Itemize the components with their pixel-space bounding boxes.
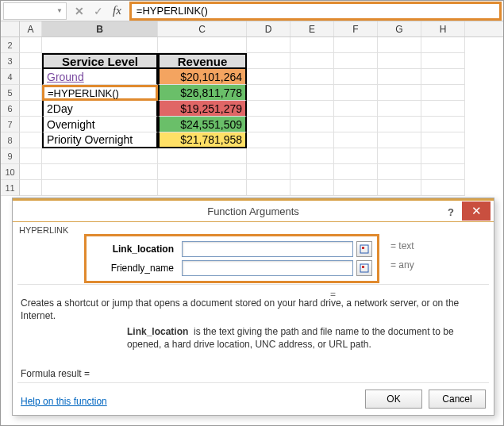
- name-box[interactable]: ▼: [3, 2, 67, 20]
- col-header-B[interactable]: B: [42, 21, 158, 36]
- cell[interactable]: [421, 101, 465, 117]
- cell[interactable]: [158, 148, 247, 164]
- cell[interactable]: [290, 101, 334, 117]
- cancel-icon[interactable]: ✕: [75, 5, 84, 17]
- cell[interactable]: [378, 85, 421, 101]
- cell[interactable]: [42, 148, 158, 164]
- col-header-C[interactable]: C: [158, 21, 247, 36]
- cell[interactable]: [334, 53, 378, 69]
- cell[interactable]: [334, 101, 378, 117]
- cell[interactable]: [334, 180, 378, 196]
- table-header-revenue[interactable]: Revenue: [158, 53, 247, 69]
- table-header-service[interactable]: Service Level: [42, 53, 158, 69]
- cell[interactable]: [421, 148, 465, 164]
- cell[interactable]: [290, 180, 334, 196]
- table-cell-revenue[interactable]: $20,101,264: [158, 69, 247, 85]
- row-header[interactable]: 10: [1, 164, 20, 180]
- row-header[interactable]: 9: [1, 148, 20, 164]
- cell[interactable]: [334, 164, 378, 180]
- cancel-button[interactable]: Cancel: [429, 390, 486, 409]
- cell[interactable]: [20, 148, 42, 164]
- cell[interactable]: [247, 180, 290, 196]
- close-button[interactable]: ✕: [462, 201, 491, 221]
- cell[interactable]: [421, 164, 465, 180]
- cell[interactable]: [20, 53, 42, 69]
- cell[interactable]: [247, 85, 290, 101]
- cell[interactable]: [247, 37, 290, 53]
- col-header-F[interactable]: F: [334, 21, 378, 36]
- cell[interactable]: [334, 148, 378, 164]
- cell[interactable]: [20, 132, 42, 148]
- cell[interactable]: [290, 148, 334, 164]
- cell[interactable]: [378, 69, 421, 85]
- hyperlink-text[interactable]: Ground: [47, 71, 84, 83]
- table-cell-service[interactable]: Priority Overnight: [42, 132, 158, 148]
- cell[interactable]: [290, 37, 334, 53]
- cell[interactable]: [290, 85, 334, 101]
- cell[interactable]: [378, 164, 421, 180]
- arg-input-friendly-name[interactable]: [182, 260, 353, 276]
- row-header[interactable]: 2: [1, 37, 20, 53]
- cell[interactable]: [290, 69, 334, 85]
- col-header-E[interactable]: E: [290, 21, 334, 36]
- cell[interactable]: [290, 53, 334, 69]
- col-header-D[interactable]: D: [247, 21, 290, 36]
- row-header[interactable]: 7: [1, 117, 20, 132]
- cell[interactable]: [20, 164, 42, 180]
- table-cell-revenue[interactable]: $24,551,509: [158, 117, 247, 132]
- cell[interactable]: [421, 85, 465, 101]
- cell[interactable]: [421, 117, 465, 132]
- cell[interactable]: [421, 37, 465, 53]
- cell[interactable]: [247, 164, 290, 180]
- cell[interactable]: [158, 37, 247, 53]
- col-header-G[interactable]: G: [378, 21, 421, 36]
- cell[interactable]: [378, 117, 421, 132]
- table-cell-revenue[interactable]: $19,251,279: [158, 101, 247, 117]
- cell[interactable]: [158, 164, 247, 180]
- cell[interactable]: [378, 101, 421, 117]
- help-link[interactable]: Help on this function: [21, 396, 107, 407]
- row-header[interactable]: 5: [1, 85, 20, 101]
- row-header[interactable]: 3: [1, 53, 20, 69]
- table-cell-service[interactable]: 2Day: [42, 101, 158, 117]
- cell[interactable]: [334, 132, 378, 148]
- cell[interactable]: [42, 37, 158, 53]
- row-header[interactable]: 8: [1, 132, 20, 148]
- cell[interactable]: [421, 69, 465, 85]
- col-header-A[interactable]: A: [20, 21, 42, 36]
- cell[interactable]: [247, 148, 290, 164]
- cell[interactable]: [334, 69, 378, 85]
- cell[interactable]: [20, 37, 42, 53]
- cell[interactable]: [378, 148, 421, 164]
- cell[interactable]: [378, 53, 421, 69]
- range-selector-button[interactable]: [356, 260, 372, 276]
- cell[interactable]: [421, 53, 465, 69]
- row-header[interactable]: 11: [1, 180, 20, 196]
- table-cell-service[interactable]: Ground: [42, 69, 158, 85]
- cell[interactable]: [290, 132, 334, 148]
- table-cell-revenue[interactable]: $26,811,778: [158, 85, 247, 101]
- cell[interactable]: [421, 180, 465, 196]
- table-cell-revenue[interactable]: $21,781,958: [158, 132, 247, 148]
- cell[interactable]: [247, 117, 290, 132]
- cell[interactable]: [42, 180, 158, 196]
- cell[interactable]: [20, 180, 42, 196]
- cell[interactable]: [334, 37, 378, 53]
- table-cell-service[interactable]: Overnight: [42, 117, 158, 132]
- cell[interactable]: [334, 85, 378, 101]
- cell[interactable]: [247, 53, 290, 69]
- cell[interactable]: [290, 117, 334, 132]
- dialog-titlebar[interactable]: Function Arguments ? ✕: [13, 198, 494, 222]
- enter-icon[interactable]: ✓: [94, 5, 103, 17]
- spreadsheet-grid[interactable]: 2 3 Service Level Revenue 4 Ground $20,1…: [1, 37, 503, 200]
- row-header[interactable]: 6: [1, 101, 20, 117]
- arg-input-link-location[interactable]: [182, 241, 353, 257]
- select-all-corner[interactable]: [1, 21, 20, 36]
- cell[interactable]: [378, 37, 421, 53]
- cell[interactable]: [247, 69, 290, 85]
- cell[interactable]: [42, 164, 158, 180]
- cell[interactable]: [378, 132, 421, 148]
- name-box-dropdown-icon[interactable]: ▼: [56, 7, 63, 14]
- cell[interactable]: [158, 180, 247, 196]
- cell[interactable]: [334, 117, 378, 132]
